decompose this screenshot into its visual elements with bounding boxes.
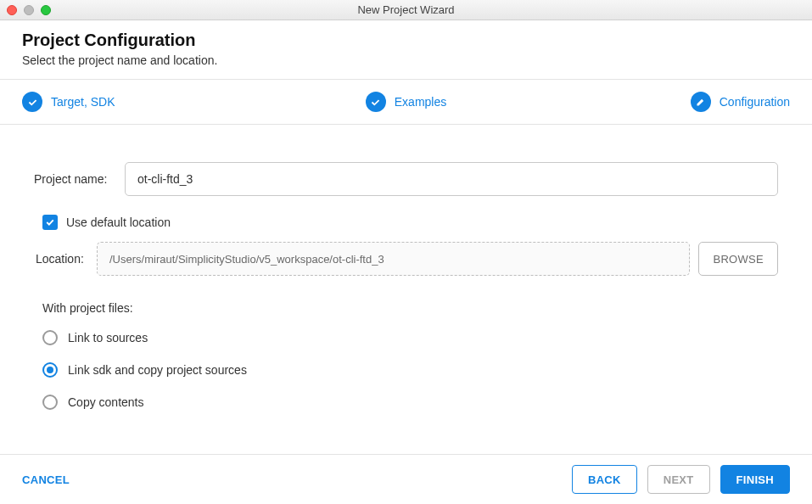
page-subtitle: Select the project name and location. [22, 53, 790, 67]
radio-icon[interactable] [42, 395, 58, 410]
project-name-label: Project name: [34, 172, 115, 186]
location-label: Location: [36, 252, 88, 266]
radio-icon[interactable] [42, 330, 58, 345]
wizard-footer: CANCEL BACK NEXT FINISH [0, 454, 812, 504]
radio-copy-contents[interactable]: Copy contents [42, 395, 778, 410]
location-input: /Users/miraut/SimplicityStudio/v5_worksp… [97, 242, 690, 276]
back-button[interactable]: BACK [572, 465, 637, 494]
check-icon [366, 92, 386, 112]
use-default-location-row[interactable]: Use default location [42, 215, 778, 230]
page-header: Project Configuration Select the project… [0, 20, 812, 80]
step-label: Examples [395, 95, 446, 109]
window-controls [7, 5, 51, 15]
radio-selected-icon[interactable] [42, 362, 58, 378]
page-title: Project Configuration [22, 31, 790, 50]
window-title: New Project Wizard [0, 3, 812, 16]
use-default-location-label: Use default location [66, 216, 171, 229]
close-icon[interactable] [7, 5, 17, 15]
step-label: Configuration [720, 95, 790, 109]
radio-label: Link to sources [68, 331, 148, 344]
with-project-files-label: With project files: [42, 301, 778, 315]
maximize-icon[interactable] [41, 5, 51, 15]
minimize-icon[interactable] [24, 5, 34, 15]
titlebar: New Project Wizard [0, 0, 812, 20]
finish-button[interactable]: FINISH [720, 465, 790, 494]
project-name-input[interactable] [125, 162, 778, 196]
wizard-stepper: Target, SDK Examples Configuration [0, 80, 812, 125]
step-examples[interactable]: Examples [278, 92, 535, 112]
check-icon [22, 92, 42, 112]
next-button[interactable]: NEXT [647, 465, 710, 494]
radio-link-to-sources[interactable]: Link to sources [42, 330, 778, 345]
radio-label: Link sdk and copy project sources [68, 363, 247, 377]
project-name-row: Project name: [34, 162, 778, 196]
form-content: Project name: Use default location Locat… [0, 125, 812, 444]
radio-label: Copy contents [68, 395, 144, 409]
step-configuration[interactable]: Configuration [534, 92, 790, 112]
radio-link-sdk-copy-sources[interactable]: Link sdk and copy project sources [42, 362, 778, 378]
pencil-icon [691, 92, 711, 112]
project-files-radio-group: Link to sources Link sdk and copy projec… [42, 330, 778, 410]
step-target-sdk[interactable]: Target, SDK [22, 92, 278, 112]
step-label: Target, SDK [51, 95, 115, 109]
location-row: Location: /Users/miraut/SimplicityStudio… [34, 242, 778, 276]
cancel-button[interactable]: CANCEL [22, 465, 85, 494]
browse-button[interactable]: BROWSE [698, 242, 778, 276]
checkbox-checked-icon[interactable] [42, 215, 58, 230]
